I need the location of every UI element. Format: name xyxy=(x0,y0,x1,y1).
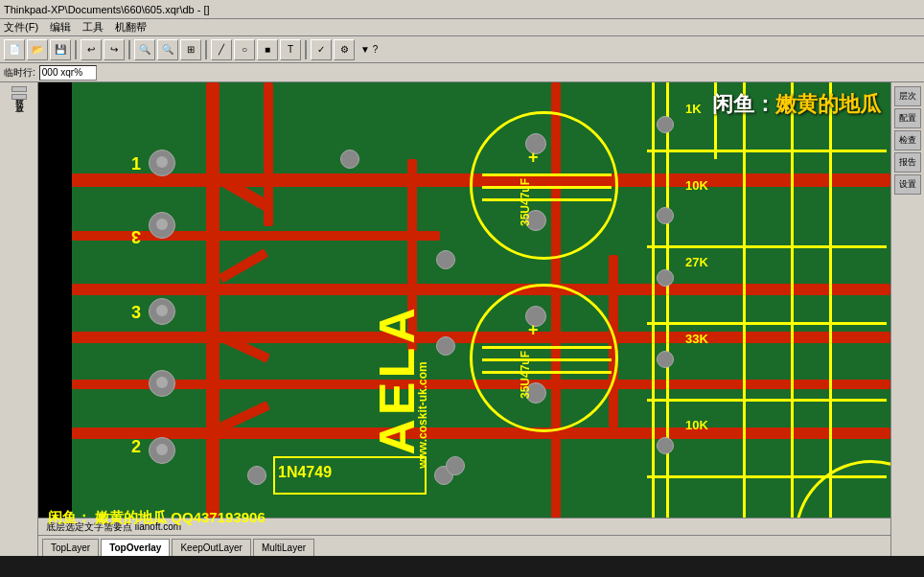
label-1: 1 xyxy=(131,154,141,174)
left-black-strip xyxy=(38,82,72,556)
right-vline5 xyxy=(791,82,794,556)
toolbar-drc[interactable]: ✓ xyxy=(311,39,332,60)
rpad2 xyxy=(657,207,674,224)
tab-keepout[interactable]: KeepOutLayer xyxy=(172,539,251,556)
pad-m3 xyxy=(436,336,455,356)
pad-2 xyxy=(149,212,175,239)
toolbar-save[interactable]: 💾 xyxy=(50,39,71,60)
trace-h6 xyxy=(72,427,890,439)
trace-h3 xyxy=(72,284,890,295)
right-btn-config[interactable]: 配置 xyxy=(894,108,921,128)
tab-multilayer[interactable]: MultiLayer xyxy=(253,539,314,556)
addr-value[interactable]: 000 xqr% xyxy=(39,65,97,81)
toolbar-text[interactable]: T xyxy=(280,39,301,60)
toolbar-sep3 xyxy=(205,40,207,59)
bottom-watermark: 闲鱼： 嫩黄的地瓜 QQ437193906 xyxy=(48,509,266,527)
toolbar-fit[interactable]: ⊞ xyxy=(180,39,201,60)
right-label-27k: 27K xyxy=(685,255,708,269)
menu-tools[interactable]: 工具 xyxy=(82,20,104,35)
right-btn-check[interactable]: 检查 xyxy=(894,130,921,150)
pad-1 xyxy=(149,150,175,176)
tab-topoverlay[interactable]: TopOverlay xyxy=(101,539,170,556)
toolbar-place[interactable]: ○ xyxy=(234,39,255,60)
pad-3 xyxy=(149,298,175,325)
pad-4 xyxy=(149,370,175,397)
overlay-brand: 嫩黄的地瓜 xyxy=(775,92,881,116)
website-text: www.coskit-uk.com xyxy=(416,361,429,469)
toolbar-sep4 xyxy=(305,40,307,59)
overlay-text: 闲鱼：嫩黄的地瓜 xyxy=(712,90,881,119)
toolbar-label: ▼ ? xyxy=(360,44,378,55)
cap2-line3 xyxy=(482,371,612,374)
menu-file[interactable]: 文件(F) xyxy=(4,20,38,35)
toolbar-pad[interactable]: ■ xyxy=(257,39,278,60)
tab-bar: TopLayer TopOverlay KeepOutLayer MultiLa… xyxy=(38,535,890,556)
label-3: 3 xyxy=(131,226,141,246)
rpad4 xyxy=(657,351,674,368)
right-hline3 xyxy=(647,322,887,325)
addr-label: 临时行: xyxy=(4,66,35,80)
cap2-line1 xyxy=(482,346,612,349)
label-2: 2 xyxy=(131,437,141,457)
toolbar-sep1 xyxy=(75,40,77,59)
cap1-line2 xyxy=(482,186,612,189)
trace-h2 xyxy=(72,231,440,241)
left-panel-place[interactable]: 放置 xyxy=(12,94,27,100)
toolbar-route[interactable]: ╱ xyxy=(211,39,232,60)
address-bar: 临时行: 000 xqr% xyxy=(0,63,924,82)
right-label-10k-2: 10K xyxy=(685,418,708,432)
right-label-10k-1: 10K xyxy=(685,178,708,193)
right-vline4 xyxy=(743,82,746,556)
pad-m4 xyxy=(446,456,465,475)
menu-bar: 文件(F) 编辑 工具 机翻帮 xyxy=(0,19,924,36)
tab-toplayer[interactable]: TopLayer xyxy=(42,539,99,556)
right-btn-report[interactable]: 报告 xyxy=(894,152,921,173)
toolbar-undo[interactable]: ↩ xyxy=(81,39,102,60)
pcb-board[interactable]: 1 3 3 2 AELA www.coskit-uk.com + 35U47uF xyxy=(72,82,890,556)
toolbar-redo[interactable]: ↪ xyxy=(104,39,125,60)
trace-diag2 xyxy=(219,248,269,283)
cap1-line3 xyxy=(482,198,612,201)
right-label-1k: 1K xyxy=(685,102,702,116)
title-text: Thinkpad-XP\Documents\660\605.xqr\db - [… xyxy=(4,4,210,15)
right-vline1 xyxy=(652,82,655,556)
trace-v1 xyxy=(206,82,219,556)
toolbar-zoom-out[interactable]: 🔍 xyxy=(157,39,178,60)
right-hline1 xyxy=(647,150,887,152)
menu-edit[interactable]: 编辑 xyxy=(50,20,71,35)
toolbar-zoom-in[interactable]: 🔍 xyxy=(134,39,155,60)
toolbar-open[interactable]: 📂 xyxy=(27,39,48,60)
pcb-canvas[interactable]: 1 3 3 2 AELA www.coskit-uk.com + 35U47uF xyxy=(38,82,890,556)
rpad1 xyxy=(657,116,674,133)
toolbar-config[interactable]: ⚙ xyxy=(334,39,355,60)
right-btn-layers[interactable]: 层次 xyxy=(894,86,921,106)
cap-circle-1: + 35U47uF xyxy=(470,111,618,260)
right-hline4 xyxy=(647,399,887,402)
cap2-line2 xyxy=(482,358,612,361)
right-btn-settings[interactable]: 设置 xyxy=(894,174,921,195)
menu-help[interactable]: 机翻帮 xyxy=(115,20,147,35)
left-panel-rotate[interactable]: 旋转 xyxy=(12,86,27,92)
main-content: 旋转 放置 xyxy=(0,82,924,556)
toolbar-sep2 xyxy=(128,40,130,59)
cap1-line1 xyxy=(482,173,612,176)
cap-circle-2: + 35U47uF xyxy=(470,284,618,432)
right-label-33k: 33K xyxy=(685,332,708,346)
overlay-prefix: 闲鱼： xyxy=(712,92,775,116)
toolbar: 📄 📂 💾 ↩ ↪ 🔍 🔍 ⊞ ╱ ○ ■ T ✓ ⚙ ▼ ? xyxy=(0,36,924,63)
toolbar-new[interactable]: 📄 xyxy=(4,39,25,60)
diode-pad-left xyxy=(247,466,266,485)
rpad5 xyxy=(657,437,674,454)
right-hline2 xyxy=(647,245,887,248)
title-bar: Thinkpad-XP\Documents\660\605.xqr\db - [… xyxy=(0,0,924,19)
pad-5 xyxy=(149,437,175,464)
rpad3 xyxy=(657,269,674,287)
label-num3: 3 xyxy=(131,303,141,323)
right-vline2 xyxy=(666,82,669,556)
diode-label: 1N4749 xyxy=(278,464,332,481)
left-panel: 旋转 放置 xyxy=(0,82,38,556)
pad-m2 xyxy=(436,250,455,269)
pad-m1 xyxy=(340,150,359,169)
right-panel: 层次 配置 检查 报告 设置 xyxy=(890,82,924,556)
